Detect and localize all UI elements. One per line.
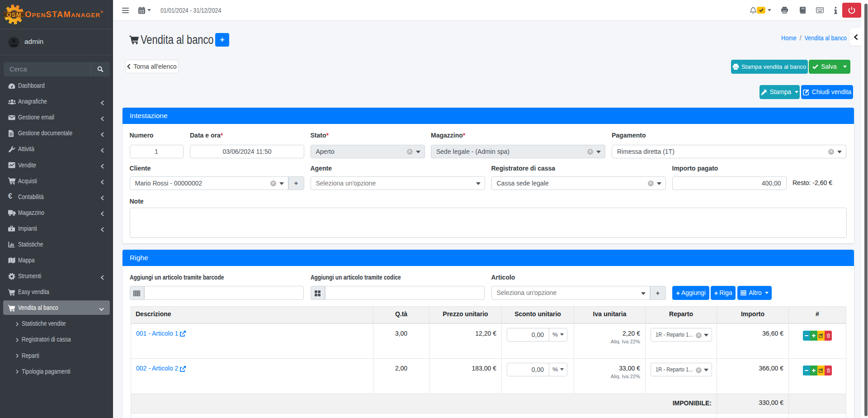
svg-text:OSM: OSM — [7, 11, 22, 18]
